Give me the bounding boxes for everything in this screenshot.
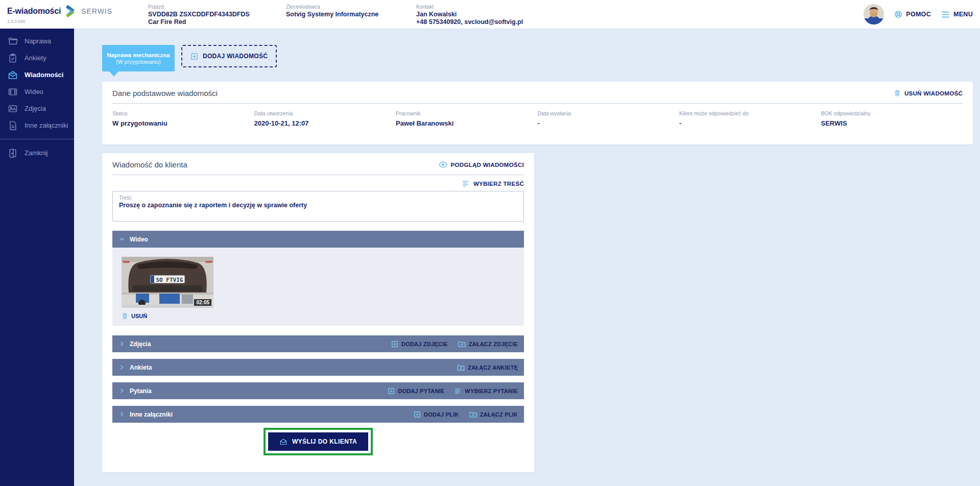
sidebar: Naprawa Ankiety Wiadomości xyxy=(0,29,74,486)
top-header: E-wiadomości SERWIS 1.3.0.586 Pojazd SVD… xyxy=(0,0,980,29)
menu-label: MENU xyxy=(953,11,973,18)
choose-content-button[interactable]: WYBIERZ TREŚĆ xyxy=(462,180,524,187)
plus-square-icon xyxy=(190,53,198,60)
tab-naprawa-mechaniczna[interactable]: Naprawa mechaniczna (W przygotowaniu) xyxy=(102,45,175,71)
send-button-highlight: WYŚLIJ DO KLIENTA xyxy=(264,428,373,455)
chevron-down-icon xyxy=(118,236,125,242)
eye-icon xyxy=(439,161,447,168)
sidebar-item-zamknij[interactable]: Zamknij xyxy=(0,144,74,161)
plus-square-icon xyxy=(388,387,395,395)
sidebar-divider xyxy=(0,139,74,139)
help-label: POMOC xyxy=(906,11,931,18)
trash-icon xyxy=(894,89,901,97)
chevron-right-icon xyxy=(118,411,125,418)
logo-subtitle: SERWIS xyxy=(81,7,112,15)
field-status: Status W przygotowaniu xyxy=(112,110,254,127)
clipboard-check-icon xyxy=(8,53,18,63)
document-icon xyxy=(8,120,18,131)
trash-icon xyxy=(122,312,128,320)
app-version: 1.3.0.586 xyxy=(7,19,112,24)
chevron-right-icon xyxy=(118,341,125,347)
details-panel-title: Dane podstawowe wiadomości xyxy=(112,89,218,98)
sidebar-item-ankiety[interactable]: Ankiety xyxy=(0,50,74,66)
logo-title: E-wiadomości xyxy=(7,7,61,16)
film-icon xyxy=(8,87,18,97)
header-field-vehicle: Pojazd SVDD82B ZSXCDDFDF4343DFDS Car Fir… xyxy=(148,4,250,26)
header-field-client: Zleceniodawca Sotvig Systemy Informatycz… xyxy=(286,4,378,18)
list-icon xyxy=(462,180,470,187)
sidebar-item-wiadomosci[interactable]: Wiadomości xyxy=(0,66,74,83)
hamburger-icon xyxy=(941,11,950,18)
sidebar-item-naprawa[interactable]: Naprawa xyxy=(0,33,74,50)
message-panel-title: Wiadomość do klienta xyxy=(112,160,187,169)
header-field-contact: Kontakt Jan Kowalski +48 575340920, svcl… xyxy=(416,4,523,26)
delete-message-button[interactable]: USUŃ WIADOMOŚĆ xyxy=(894,89,963,97)
attach-survey-button[interactable]: ZAŁĄCZ ANKIETĘ xyxy=(457,364,518,371)
tab-pointer xyxy=(109,71,118,77)
folder-icon xyxy=(8,36,18,46)
menu-button[interactable]: MENU xyxy=(941,11,973,18)
sidebar-item-wideo[interactable]: Wideo xyxy=(0,83,74,100)
message-editor-panel: Wiadomość do klienta PODGLĄD WIADOMOŚCI xyxy=(102,153,534,472)
message-content-input[interactable]: Treść Proszę o zapoznanie się z raportem… xyxy=(112,191,524,222)
content-label: Treść xyxy=(119,195,517,201)
plus-square-icon xyxy=(391,341,398,348)
video-thumbnail[interactable]: SO FTVIG 02:05 xyxy=(122,257,213,308)
life-ring-icon xyxy=(894,10,902,18)
field-klient-odpowiedz: Klient może odpowiedzieć do - xyxy=(679,110,821,127)
sidebar-item-inne-zalaczniki[interactable]: Inne załączniki xyxy=(0,117,74,134)
add-question-button[interactable]: DODAJ PYTANIE xyxy=(388,387,444,395)
list-icon xyxy=(455,388,462,394)
video-duration-badge: 02:05 xyxy=(194,299,211,306)
folder-plus-icon xyxy=(457,364,465,371)
logo-chevron-icon xyxy=(64,5,78,18)
video-section-content: SO FTVIG 02:05 xyxy=(112,248,524,326)
app-logo: E-wiadomości SERWIS 1.3.0.586 xyxy=(7,5,112,24)
section-wideo[interactable]: Wideo xyxy=(112,231,524,248)
choose-question-button[interactable]: WYBIERZ PYTANIE xyxy=(455,388,518,394)
section-ankieta[interactable]: Ankieta ZAŁĄCZ ANKIETĘ xyxy=(112,359,524,376)
plus-square-icon xyxy=(414,411,421,418)
folder-plus-icon xyxy=(458,341,466,348)
content-value: Proszę o zapoznanie się z raportem i dec… xyxy=(119,202,517,209)
send-to-client-button[interactable]: WYŚLIJ DO KLIENTA xyxy=(268,432,368,451)
help-button[interactable]: POMOC xyxy=(894,10,931,18)
message-details-panel: Dane podstawowe wiadomości USUŃ WIADOMOŚ… xyxy=(102,82,973,144)
envelope-open-icon xyxy=(8,70,18,80)
app-root: E-wiadomości SERWIS 1.3.0.586 Pojazd SVD… xyxy=(0,0,980,486)
chevron-right-icon xyxy=(118,364,125,371)
field-pracownik: Pracownik Paweł Baranowski xyxy=(396,110,538,127)
main-content: Naprawa mechaniczna (W przygotowaniu) DO… xyxy=(74,29,980,486)
add-file-button[interactable]: DODAJ PLIK xyxy=(414,411,459,418)
image-icon xyxy=(8,104,18,114)
delete-video-button[interactable]: USUŃ xyxy=(122,312,515,320)
envelope-icon xyxy=(279,438,288,446)
chevron-right-icon xyxy=(118,387,125,394)
preview-message-button[interactable]: PODGLĄD WIADOMOŚCI xyxy=(439,161,524,168)
section-inne-zalaczniki[interactable]: Inne załączniki DODAJ PLIK xyxy=(112,406,524,423)
field-bok-odpowiedzialny: BOK odpowiedzialny SERWIS xyxy=(821,110,963,127)
field-data-utworzenia: Data utworzenia 2020-10-21, 12:07 xyxy=(254,110,396,127)
attach-file-button[interactable]: ZAŁĄCZ PLIK xyxy=(469,411,518,418)
sidebar-item-zdjecia[interactable]: Zdjęcia xyxy=(0,100,74,117)
license-plate-text: SO FTVIG xyxy=(156,277,183,283)
door-exit-icon xyxy=(8,148,18,158)
attach-photo-button[interactable]: ZAŁĄCZ ZDJĘCIE xyxy=(458,341,518,348)
add-message-button[interactable]: DODAJ WIADOMOŚĆ xyxy=(181,45,277,67)
section-pytania[interactable]: Pytania DODAJ PYTANIE xyxy=(112,382,524,399)
folder-plus-icon xyxy=(469,411,477,418)
add-photo-button[interactable]: DODAJ ZDJĘCIE xyxy=(391,341,448,348)
field-data-wyslania: Data wysłania - xyxy=(538,110,680,127)
avatar[interactable] xyxy=(864,4,884,25)
section-zdjecia[interactable]: Zdjęcia DODAJ ZDJĘCIE xyxy=(112,335,524,352)
